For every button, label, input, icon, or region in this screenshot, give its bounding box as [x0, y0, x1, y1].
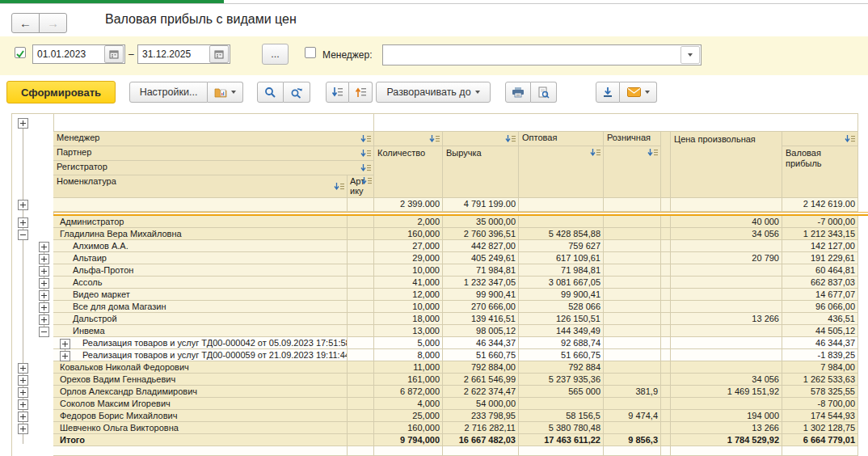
- cell-opt[interactable]: 51 660,75: [519, 349, 604, 361]
- sort-icon[interactable]: [845, 135, 856, 143]
- row-label[interactable]: Инвема: [53, 325, 348, 337]
- cell-gro[interactable]: 2 142 619.00: [782, 198, 858, 212]
- group-expander-plus[interactable]: [39, 302, 49, 313]
- cell-rev[interactable]: 54 000,00: [443, 398, 519, 410]
- search-button[interactable]: [257, 82, 284, 103]
- cell-qty[interactable]: 9 794,000: [374, 434, 443, 446]
- cell-qty[interactable]: 11,000: [374, 361, 443, 374]
- cell-qty[interactable]: 13,000: [374, 325, 443, 337]
- group-expander-plus[interactable]: [39, 254, 49, 264]
- sort-icon[interactable]: [590, 149, 601, 157]
- cell-cus[interactable]: 13 266: [671, 422, 782, 434]
- print-preview-button[interactable]: [531, 82, 557, 103]
- group-expander-plus[interactable]: [18, 200, 28, 210]
- cell-ret[interactable]: 9 474,4: [604, 410, 661, 422]
- cell-gro[interactable]: 142 127,00: [782, 240, 858, 252]
- cell-gro[interactable]: 662 837,03: [782, 277, 858, 289]
- group-expander-plus[interactable]: [60, 339, 70, 349]
- row-label[interactable]: Соколов Максим Игоревич: [53, 398, 348, 410]
- row-label[interactable]: Гладилина Вера Михайловна: [53, 228, 348, 240]
- group-expander-plus[interactable]: [18, 375, 28, 386]
- period-checkbox[interactable]: [15, 47, 26, 58]
- row-label[interactable]: Ковальков Николай Федорович: [53, 361, 348, 374]
- group-expander-plus[interactable]: [39, 242, 49, 252]
- cell-rev[interactable]: 51 660,75: [443, 349, 519, 361]
- row-label[interactable]: Шевченко Ольга Викторовна: [53, 422, 348, 434]
- cell-rev[interactable]: 442 827,00: [443, 240, 519, 252]
- sort-icon[interactable]: [360, 164, 372, 172]
- cell-rev[interactable]: 46 344,37: [443, 337, 519, 349]
- save-button[interactable]: [596, 82, 620, 103]
- sort-icon[interactable]: [360, 150, 372, 158]
- forward-button[interactable]: →: [39, 13, 67, 33]
- row-label[interactable]: Реализация товаров и услуг ТД00-000042 о…: [53, 337, 348, 349]
- cell-opt[interactable]: 144 349,49: [519, 325, 604, 337]
- sort-icon[interactable]: [505, 135, 516, 143]
- cell-rev[interactable]: 139 416,51: [443, 313, 519, 325]
- row-label[interactable]: Администратор: [53, 216, 348, 228]
- cell-cus[interactable]: 194 000: [671, 410, 782, 422]
- cell-rev[interactable]: 98 005,12: [443, 325, 519, 337]
- cell-rev[interactable]: 2 760 396,51: [443, 228, 519, 240]
- cell-gro[interactable]: 14 677,07: [782, 289, 858, 301]
- row-label[interactable]: Орлов Александр Владимирович: [53, 386, 348, 398]
- cell-qty[interactable]: 161,000: [374, 374, 443, 386]
- report-variant-button[interactable]: [208, 82, 243, 103]
- cell-qty[interactable]: 160,000: [374, 422, 443, 434]
- generate-button[interactable]: Сформировать: [6, 81, 116, 103]
- group-expander-plus[interactable]: [39, 266, 49, 277]
- cell-cus[interactable]: 40 000: [671, 216, 782, 228]
- cell-rev[interactable]: 2 716 282,11: [443, 422, 519, 434]
- cell-gro[interactable]: 578 325,55: [782, 386, 858, 398]
- row-label[interactable]: Дальстрой: [53, 313, 348, 325]
- collapse-groups-button[interactable]: [349, 82, 373, 103]
- group-expander-minus[interactable]: [39, 327, 49, 337]
- cell-qty[interactable]: 10,000: [374, 301, 443, 313]
- cell-rev[interactable]: 99 900,41: [443, 289, 519, 301]
- sort-icon[interactable]: [334, 183, 345, 191]
- sort-icon[interactable]: [429, 135, 440, 143]
- cell-rev[interactable]: 405 249,61: [443, 252, 519, 264]
- cell-opt[interactable]: 99 900,41: [519, 289, 604, 301]
- cell-rev[interactable]: 270 666,00: [443, 301, 519, 313]
- cell-cus[interactable]: 1 784 529,92: [671, 434, 782, 446]
- send-email-button[interactable]: [620, 82, 657, 103]
- cell-rev[interactable]: 71 984,81: [443, 264, 519, 277]
- date-from-calendar-button[interactable]: [104, 45, 124, 63]
- cell-rev[interactable]: 2 622 374,47: [443, 386, 519, 398]
- group-expander-plus[interactable]: [18, 387, 28, 398]
- group-expander-plus[interactable]: [39, 315, 49, 325]
- cell-qty[interactable]: 41,000: [374, 277, 443, 289]
- cell-gro[interactable]: -8 700,00: [782, 398, 858, 410]
- row-label[interactable]: Альтаир: [53, 252, 348, 264]
- manager-checkbox[interactable]: [305, 47, 316, 58]
- group-expander[interactable]: [18, 118, 28, 129]
- cell-opt[interactable]: 126 150,51: [519, 313, 604, 325]
- group-expander-plus[interactable]: [39, 290, 49, 301]
- group-expander-plus[interactable]: [18, 217, 28, 228]
- cell-opt[interactable]: 759 627: [519, 240, 604, 252]
- cell-cus[interactable]: 20 790: [671, 252, 782, 264]
- cell-opt[interactable]: 5 428 854,88: [519, 228, 604, 240]
- group-expander-minus[interactable]: [18, 230, 28, 240]
- cell-qty[interactable]: 12,000: [374, 289, 443, 301]
- cell-gro[interactable]: -7 000,00: [782, 216, 858, 228]
- manager-dropdown-button[interactable]: [680, 46, 700, 64]
- cell-rev[interactable]: 4 791 199.00: [443, 198, 519, 212]
- cell-opt[interactable]: 3 081 667,05: [519, 277, 604, 289]
- cell-ret[interactable]: 9 856,3: [604, 434, 661, 446]
- search-next-button[interactable]: [284, 82, 310, 103]
- cell-qty[interactable]: 10,000: [374, 264, 443, 277]
- date-from-field[interactable]: 01.01.2023: [32, 44, 125, 64]
- date-to-calendar-button[interactable]: [209, 45, 229, 63]
- cell-gro[interactable]: -1 839,25: [782, 349, 858, 361]
- cell-qty[interactable]: 5,000: [374, 337, 443, 349]
- row-label[interactable]: Альфа-Протон: [53, 264, 348, 277]
- group-expander-plus[interactable]: [60, 351, 70, 361]
- expand-groups-button[interactable]: [326, 82, 349, 103]
- group-expander-plus[interactable]: [18, 363, 28, 374]
- cell-opt[interactable]: 5 380 780,48: [519, 422, 604, 434]
- cell-rev[interactable]: 1 232 347,05: [443, 277, 519, 289]
- cell-qty[interactable]: 160,000: [374, 228, 443, 240]
- cell-gro[interactable]: 1 262 533,63: [782, 374, 858, 386]
